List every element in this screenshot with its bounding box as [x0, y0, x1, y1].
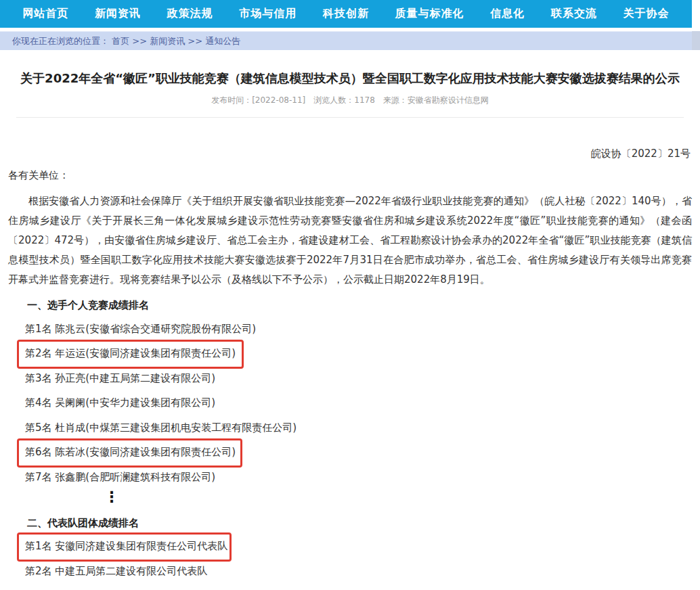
rank-item-text: 第2名 中建五局第二建设有限公司代表队 [25, 565, 207, 578]
meta-divider [16, 117, 684, 118]
rank-item: 第3名 安徽寰宇建筑设计院代表队 [8, 584, 692, 590]
breadcrumb-link-2[interactable]: 新闻资讯 [150, 36, 185, 46]
rank-item-text: 第6名 陈若冰(安徽同济建设集团有限责任公司) [25, 446, 236, 459]
body-paragraph: 根据安徽省人力资源和社会保障厅《关于组织开展安徽省职业技能竞赛—2022年省级行… [8, 191, 692, 290]
rank-item-text: 第7名 张鑫鹏(合肥听澜建筑科技有限公司) [25, 471, 215, 484]
breadcrumb-link-1[interactable]: 首页 [112, 36, 129, 46]
rank-item: 第2名 年运运(安徽同济建设集团有限责任公司) [8, 342, 692, 367]
rank-item: 第3名 孙正亮(中建五局第二建设有限公司) [8, 366, 692, 391]
rank-item-text: 第4名 吴阑阑(中安华力建设集团有限公司) [25, 396, 215, 409]
rank-item: 第1名 安徽同济建设集团有限责任公司代表队 [8, 535, 692, 560]
nav-item-2[interactable]: 新闻资讯 [95, 7, 141, 21]
rank-item: 第5名 杜肖成(中煤第三建设集团机电安装工程有限责任公司) [8, 415, 692, 440]
nav-item-6[interactable]: 质量与标准化 [395, 7, 464, 21]
article-meta: 发布时间：[2022-08-11] 浏览人数：1178 来源：安徽省勘察设计信息… [8, 95, 692, 106]
rank-list-2: 第1名 安徽同济建设集团有限责任公司代表队第2名 中建五局第二建设有限公司代表队… [8, 535, 692, 590]
nav-item-1[interactable]: 网站首页 [22, 7, 68, 21]
breadcrumb-links: 首页 >> 新闻资讯 >> 通知公告 [112, 35, 240, 47]
rank-item-text: 第1名 陈兆云(安徽省综合交通研究院股份有限公司) [25, 323, 256, 336]
breadcrumb-separator: >> [129, 36, 150, 46]
breadcrumb-edge [692, 31, 700, 50]
rank-item: 第4名 吴阑阑(中安华力建设集团有限公司) [8, 391, 692, 416]
section-heading-2: 二、代表队团体成绩排名 [8, 516, 692, 530]
page-title: 关于2022年全省“徽匠”职业技能竞赛（建筑信息模型技术员）暨全国职工数字化应用… [8, 70, 692, 87]
salutation: 各有关单位： [8, 169, 692, 182]
vertical-ellipsis: ⋮ [8, 490, 692, 507]
rank-item-text: 第2名 年运运(安徽同济建设集团有限责任公司) [25, 347, 236, 360]
sections: 一、选手个人竞赛成绩排名第1名 陈兆云(安徽省综合交通研究院股份有限公司)第2名… [8, 298, 692, 590]
rank-item-text: 第5名 杜肖成(中煤第三建设集团机电安装工程有限责任公司) [25, 422, 297, 434]
nav-item-9[interactable]: 关于协会 [624, 7, 670, 21]
rank-item: 第2名 中建五局第二建设有限公司代表队 [8, 559, 692, 584]
doc-number: 皖设协〔2022〕21号 [8, 148, 692, 160]
article: 关于2022年全省“徽匠”职业技能竞赛（建筑信息模型技术员）暨全国职工数字化应用… [0, 70, 700, 590]
top-nav: 网站首页新闻资讯政策法规市场与信用科技创新质量与标准化信息化联系交流关于协会 [0, 0, 692, 28]
rank-item-text: 第1名 安徽同济建设集团有限责任公司代表队 [25, 540, 227, 553]
rank-item: 第7名 张鑫鹏(合肥听澜建筑科技有限公司) [8, 465, 692, 490]
breadcrumb-separator: >> [185, 36, 205, 46]
nav-item-3[interactable]: 政策法规 [167, 7, 213, 21]
rank-item: 第6名 陈若冰(安徽同济建设集团有限责任公司) [8, 440, 692, 466]
nav-item-4[interactable]: 市场与信用 [239, 7, 297, 21]
nav-item-7[interactable]: 信息化 [490, 7, 525, 21]
breadcrumb-row: 你现在正在浏览的位置： 首页 >> 新闻资讯 >> 通知公告 [0, 31, 700, 50]
nav-item-8[interactable]: 联系交流 [551, 7, 597, 21]
section-heading-1: 一、选手个人竞赛成绩排名 [8, 298, 692, 313]
breadcrumb-link-3[interactable]: 通知公告 [205, 36, 240, 46]
breadcrumb-prefix: 你现在正在浏览的位置： [12, 35, 112, 47]
rank-item-text: 第3名 孙正亮(中建五局第二建设有限公司) [25, 372, 215, 385]
nav-item-5[interactable]: 科技创新 [323, 7, 369, 21]
rank-list-1: 第1名 陈兆云(安徽省综合交通研究院股份有限公司)第2名 年运运(安徽同济建设集… [8, 317, 692, 490]
rank-item: 第1名 陈兆云(安徽省综合交通研究院股份有限公司) [8, 317, 692, 342]
breadcrumb: 你现在正在浏览的位置： 首页 >> 新闻资讯 >> 通知公告 [0, 31, 692, 50]
